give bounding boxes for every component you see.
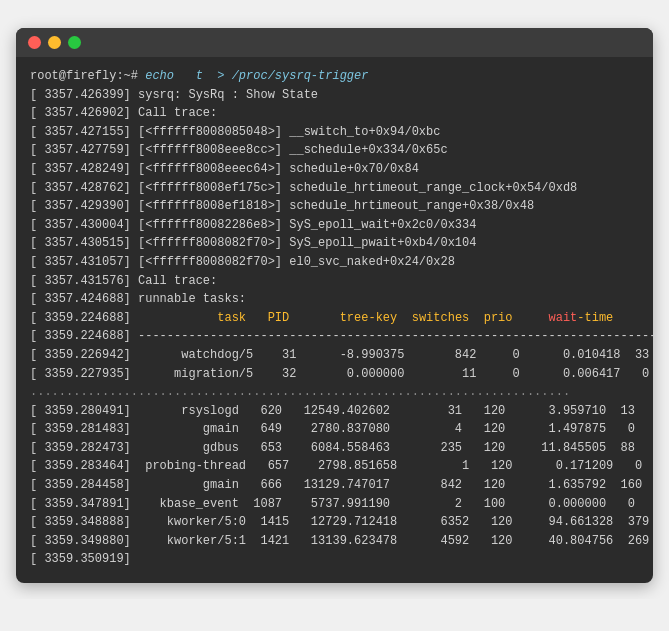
terminal-line: [ 3359.224688] -------------------------… xyxy=(30,327,639,346)
terminal-line: [ 3359.226942] watchdog/5 31 -8.990375 8… xyxy=(30,346,639,365)
terminal-line: ........................................… xyxy=(30,383,639,402)
terminal-line: [ 3359.224688] task PID tree-key switche… xyxy=(30,309,639,328)
terminal-line: [ 3357.427759] [<ffffff8008eee8cc>] __sc… xyxy=(30,141,639,160)
terminal-line: [ 3359.282473] gdbus 653 6084.558463 235… xyxy=(30,439,639,458)
terminal-line: [ 3359.284458] gmain 666 13129.747017 84… xyxy=(30,476,639,495)
terminal-line: [ 3359.227935] migration/5 32 0.000000 1… xyxy=(30,365,639,384)
traffic-light-red[interactable] xyxy=(28,36,41,49)
terminal-line: [ 3357.430515] [<ffffff8008082f70>] SyS_… xyxy=(30,234,639,253)
terminal-line: [ 3357.426399] sysrq: SysRq : Show State xyxy=(30,86,639,105)
terminal-line: [ 3359.348888] kworker/5:0 1415 12729.71… xyxy=(30,513,639,532)
terminal-line: [ 3359.281483] gmain 649 2780.837080 4 1… xyxy=(30,420,639,439)
terminal-line: [ 3359.283464] probing-thread 657 2798.8… xyxy=(30,457,639,476)
terminal-body[interactable]: root@firefly:~# echo t > /proc/sysrq-tri… xyxy=(16,57,653,583)
terminal-prompt-line: root@firefly:~# echo t > /proc/sysrq-tri… xyxy=(30,67,639,86)
traffic-light-green[interactable] xyxy=(68,36,81,49)
terminal-line: [ 3359.349880] kworker/5:1 1421 13139.62… xyxy=(30,532,639,551)
terminal-line: [ 3357.431057] [<ffffff8008082f70>] el0_… xyxy=(30,253,639,272)
terminal-line: [ 3359.280491] rsyslogd 620 12549.402602… xyxy=(30,402,639,421)
terminal-line: [ 3357.430004] [<ffffff80082286e8>] SyS_… xyxy=(30,216,639,235)
terminal-line: [ 3357.429390] [<ffffff8008ef1818>] sche… xyxy=(30,197,639,216)
terminal-line: [ 3359.347891] kbase_event 1087 5737.991… xyxy=(30,495,639,514)
terminal-titlebar xyxy=(16,28,653,57)
terminal-line: [ 3357.426902] Call trace: xyxy=(30,104,639,123)
terminal-window: root@firefly:~# echo t > /proc/sysrq-tri… xyxy=(16,28,653,583)
terminal-line: [ 3357.427155] [<ffffff8008085048>] __sw… xyxy=(30,123,639,142)
terminal-line: [ 3357.424688] runnable tasks: xyxy=(30,290,639,309)
terminal-line: [ 3357.428762] [<ffffff8008ef175c>] sche… xyxy=(30,179,639,198)
terminal-line: [ 3357.431576] Call trace: xyxy=(30,272,639,291)
terminal-line: [ 3359.350919] xyxy=(30,550,639,569)
terminal-line: [ 3357.428249] [<ffffff8008eeec64>] sche… xyxy=(30,160,639,179)
traffic-light-yellow[interactable] xyxy=(48,36,61,49)
